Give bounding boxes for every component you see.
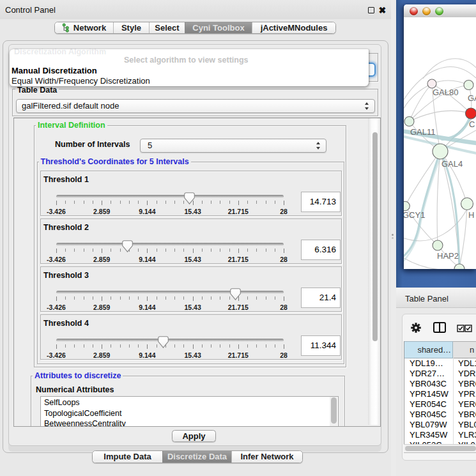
svg-text:GA: GA	[468, 93, 476, 103]
svg-text:H: H	[468, 210, 474, 220]
svg-text:C: C	[469, 119, 475, 129]
svg-text:GAL80: GAL80	[433, 88, 458, 97]
svg-text:HAP2: HAP2	[437, 251, 459, 261]
svg-text:GCY1: GCY1	[404, 210, 425, 220]
svg-text:GAL11: GAL11	[410, 127, 436, 137]
svg-text:GAL4: GAL4	[441, 159, 463, 169]
